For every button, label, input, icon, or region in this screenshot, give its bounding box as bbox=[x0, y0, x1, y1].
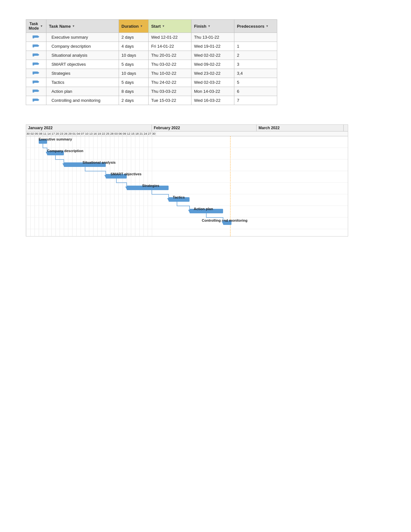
col-predecessors[interactable]: Predecessors ▼ bbox=[234, 20, 277, 33]
task-duration-cell: 10 days bbox=[119, 51, 148, 60]
col-finish[interactable]: Finish ▼ bbox=[191, 20, 234, 33]
task-name-cell: SMART objectives bbox=[46, 60, 119, 69]
gantt-task-row: Company description bbox=[26, 148, 348, 160]
task-start-cell: Thu 03-02-22 bbox=[148, 60, 191, 69]
task-predecessors-cell: 7 bbox=[234, 96, 277, 105]
task-name-cell: Company description bbox=[46, 42, 119, 51]
gantt-day-label: 30 bbox=[152, 131, 156, 136]
task-duration-cell: 4 days bbox=[119, 42, 148, 51]
gantt-day-label: 07 bbox=[81, 131, 85, 136]
task-start-cell: Tue 15-03-22 bbox=[148, 96, 191, 105]
gantt-task-row: Tactics bbox=[26, 194, 348, 206]
gantt-day-label: 25 bbox=[106, 131, 110, 136]
task-start-cell: Thu 20-01-22 bbox=[148, 51, 191, 60]
task-mode-cell bbox=[26, 33, 46, 42]
task-mode-cell bbox=[26, 96, 46, 105]
gantt-day-label: 09 bbox=[122, 131, 127, 136]
sort-icon-start: ▼ bbox=[162, 24, 165, 28]
gantt-day-label: 03 bbox=[114, 131, 118, 136]
task-finish-cell: Wed 02-02-22 bbox=[191, 51, 234, 60]
gantt-task-label: Executive summary bbox=[39, 137, 72, 141]
gantt-month-header: January 2022February 2022March 2022 bbox=[26, 125, 348, 131]
gantt-task-label: Controlling and monitoring bbox=[202, 218, 248, 222]
col-task-name[interactable]: Task Name ▼ bbox=[46, 20, 119, 33]
gantt-task-row: SMART objectives bbox=[26, 171, 348, 183]
task-start-cell: Thu 24-02-22 bbox=[148, 78, 191, 87]
gantt-day-label: 18 bbox=[135, 131, 139, 136]
gantt-day-label: 29 bbox=[68, 131, 72, 136]
task-name-cell: Strategies bbox=[46, 69, 119, 78]
table-row: Action plan8 daysThu 03-03-22Mon 14-03-2… bbox=[26, 87, 277, 96]
table-row: Executive summary2 daysWed 12-01-22Thu 1… bbox=[26, 33, 277, 42]
task-finish-cell: Wed 16-03-22 bbox=[191, 96, 234, 105]
gantt-month-label: March 2022 bbox=[257, 125, 344, 131]
sort-icon-finish: ▼ bbox=[208, 24, 210, 28]
col-duration[interactable]: Duration ▼ bbox=[119, 20, 148, 33]
gantt-chart: January 2022February 2022March 2022 3002… bbox=[26, 124, 348, 237]
task-start-cell: Thu 03-03-22 bbox=[148, 87, 191, 96]
gantt-task-row: Strategies bbox=[26, 183, 348, 194]
gantt-day-label: 13 bbox=[89, 131, 93, 136]
gantt-day-label: 15 bbox=[131, 131, 135, 136]
task-predecessors-cell: 3 bbox=[234, 60, 277, 69]
table-row: Strategies10 daysThu 10-02-22Wed 23-02-2… bbox=[26, 69, 277, 78]
gantt-day-label: 16 bbox=[93, 131, 97, 136]
gantt-body: Executive summaryCompany descriptionSitu… bbox=[26, 136, 348, 236]
gantt-day-label: 17 bbox=[51, 131, 55, 136]
col-task-mode[interactable]: Task Mode ▼ bbox=[26, 20, 46, 33]
task-finish-cell: Mon 14-03-22 bbox=[191, 87, 234, 96]
sort-icon-task-name: ▼ bbox=[72, 24, 75, 28]
task-predecessors-cell: 6 bbox=[234, 87, 277, 96]
gantt-task-label: Tactics bbox=[173, 195, 185, 199]
task-predecessors-cell: 3,4 bbox=[234, 69, 277, 78]
task-predecessors-cell: 1 bbox=[234, 42, 277, 51]
gantt-day-label: 20 bbox=[55, 131, 60, 136]
table-header-row: Task Mode ▼ Task Name ▼ Duration ▼ Start bbox=[26, 20, 277, 33]
gantt-day-label: 27 bbox=[148, 131, 152, 136]
task-finish-cell: Wed 19-01-22 bbox=[191, 42, 234, 51]
task-name-cell: Action plan bbox=[46, 87, 119, 96]
task-predecessors-cell: 5 bbox=[234, 78, 277, 87]
task-mode-cell bbox=[26, 42, 46, 51]
task-name-cell: Controlling and monitoring bbox=[46, 96, 119, 105]
gantt-task-row: Situational analysis bbox=[26, 160, 348, 171]
task-mode-cell bbox=[26, 51, 46, 60]
task-start-cell: Thu 10-02-22 bbox=[148, 69, 191, 78]
gantt-day-label: 28 bbox=[110, 131, 114, 136]
task-table: Task Mode ▼ Task Name ▼ Duration ▼ Start bbox=[26, 19, 277, 105]
gantt-day-label: 24 bbox=[143, 131, 148, 136]
task-name-cell: Tactics bbox=[46, 78, 119, 87]
gantt-day-label: 04 bbox=[76, 131, 81, 136]
task-mode-cell bbox=[26, 87, 46, 96]
gantt-day-label: 08 bbox=[39, 131, 43, 136]
gantt-task-row: Executive summary bbox=[26, 136, 348, 148]
gantt-day-label: 01 bbox=[72, 131, 76, 136]
task-predecessors-cell: 2 bbox=[234, 51, 277, 60]
gantt-day-label: 30 bbox=[26, 131, 30, 136]
task-name-cell: Situational analysis bbox=[46, 51, 119, 60]
gantt-task-label: Company description bbox=[47, 149, 83, 153]
table-row: SMART objectives5 daysThu 03-02-22Wed 09… bbox=[26, 60, 277, 69]
gantt-task-label: Strategies bbox=[142, 184, 159, 188]
task-duration-cell: 8 days bbox=[119, 87, 148, 96]
gantt-task-label: Situational analysis bbox=[83, 160, 116, 164]
task-duration-cell: 10 days bbox=[119, 69, 148, 78]
sort-icon-task-mode: ▼ bbox=[40, 24, 43, 28]
task-mode-cell bbox=[26, 78, 46, 87]
table-row: Tactics5 daysThu 24-02-22Wed 02-03-225 bbox=[26, 78, 277, 87]
task-start-cell: Fri 14-01-22 bbox=[148, 42, 191, 51]
gantt-day-label: 23 bbox=[60, 131, 64, 136]
gantt-day-label: 11 bbox=[43, 131, 47, 136]
gantt-month-label bbox=[344, 125, 348, 131]
gantt-day-label: 10 bbox=[85, 131, 89, 136]
gantt-task-row: Controlling and monitoring bbox=[26, 218, 348, 229]
task-duration-cell: 2 days bbox=[119, 33, 148, 42]
table-row: Company description4 daysFri 14-01-22Wed… bbox=[26, 42, 277, 51]
gantt-days-row: 3002050811141720232629010407101316192225… bbox=[26, 131, 348, 136]
gantt-task-label: Action plan bbox=[194, 207, 213, 211]
sort-icon-predecessors: ▼ bbox=[266, 24, 269, 28]
gantt-task-row: Action plan bbox=[26, 206, 348, 218]
task-name-cell: Executive summary bbox=[46, 33, 119, 42]
task-mode-cell bbox=[26, 69, 46, 78]
col-start[interactable]: Start ▼ bbox=[148, 20, 191, 33]
